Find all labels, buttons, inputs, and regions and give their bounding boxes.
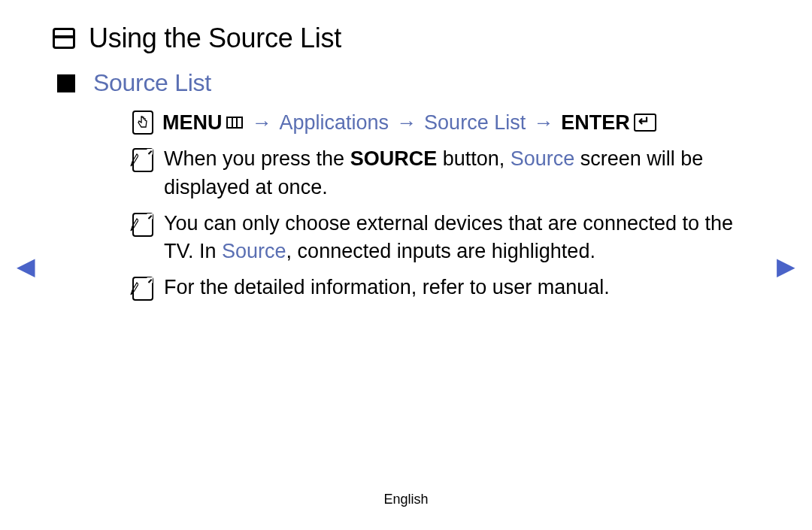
path-source-list: Source List [424, 111, 526, 135]
section-title: Source List [93, 69, 211, 97]
pencil-note-icon [132, 277, 153, 301]
menu-label: MENU [162, 111, 223, 135]
square-bullet-icon [57, 74, 75, 92]
hand-icon [132, 111, 153, 135]
note-item: For the detailed information, refer to u… [132, 274, 737, 302]
menu-glyph-icon [226, 117, 243, 129]
path-arrow: → [396, 111, 417, 135]
note-item: When you press the SOURCE button, Source… [132, 145, 737, 202]
pencil-note-icon [132, 148, 153, 172]
menu-path: MENU → Applications → Source List → ENTE… [132, 111, 737, 135]
nav-prev-button[interactable]: ◀ [17, 252, 35, 280]
pencil-note-icon [132, 213, 153, 237]
path-arrow: → [252, 111, 272, 135]
tab-icon [53, 28, 75, 49]
page-title: Using the Source List [89, 23, 341, 54]
note-text: For the detailed information, refer to u… [164, 274, 610, 302]
enter-label: ENTER [561, 111, 630, 135]
note-text: When you press the SOURCE button, Source… [164, 145, 737, 202]
path-applications: Applications [280, 111, 389, 135]
note-item: You can only choose external devices tha… [132, 210, 737, 267]
nav-next-button[interactable]: ▶ [777, 252, 795, 280]
enter-glyph-icon [634, 114, 656, 132]
path-arrow: → [533, 111, 553, 135]
note-text: You can only choose external devices tha… [164, 210, 737, 267]
footer-language: English [0, 492, 812, 507]
